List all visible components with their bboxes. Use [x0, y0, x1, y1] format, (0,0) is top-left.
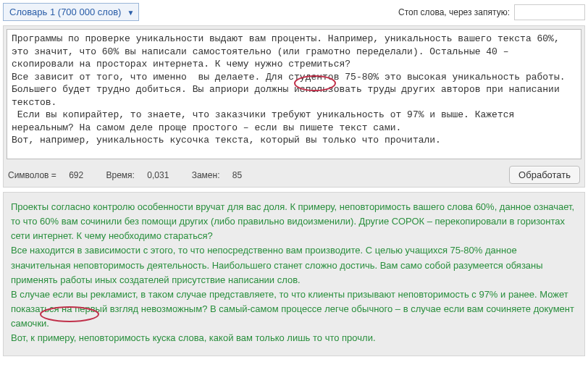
stats-bar: Символов = 692 Время: 0,031 Замен: 85 — [8, 170, 262, 180]
stat-replacements: Замен: 85 — [192, 170, 253, 180]
chevron-down-icon: ▼ — [127, 8, 135, 16]
dictionary-select-label: Словарь 1 (700 000 слов) — [9, 7, 121, 17]
dictionary-select[interactable]: Словарь 1 (700 000 слов) ▼ — [3, 3, 139, 21]
stopwords-input[interactable] — [514, 4, 585, 20]
stat-symbols: Символов = 692 — [8, 170, 93, 180]
source-text-input[interactable] — [7, 29, 581, 159]
stat-time: Время: 0,031 — [106, 170, 180, 180]
stopwords-label: Стоп слова, через запятую: — [398, 7, 510, 17]
result-text: Проекты согласно контролю особенности вр… — [4, 193, 584, 356]
process-button[interactable]: Обработать — [509, 166, 580, 184]
